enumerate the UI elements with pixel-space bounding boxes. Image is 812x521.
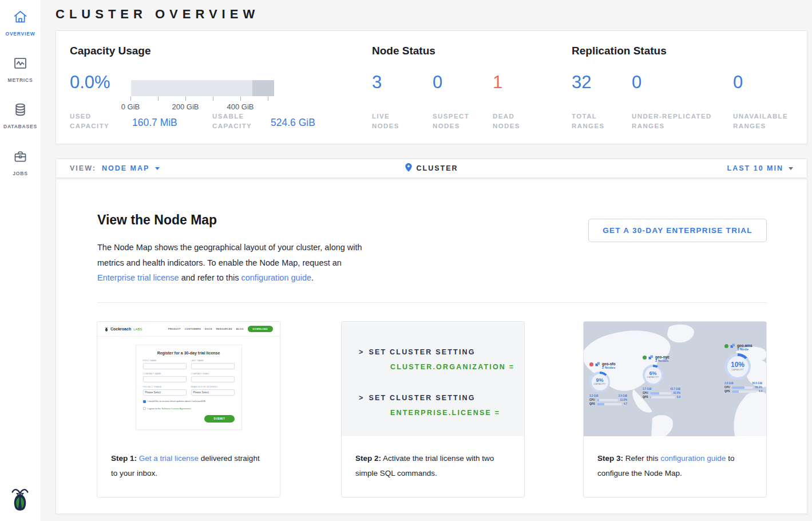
sidebar-item-label: JOBS xyxy=(13,171,27,176)
sidebar-item-jobs[interactable]: JOBS xyxy=(0,149,41,177)
divider xyxy=(97,302,767,303)
view-label: VIEW: xyxy=(70,164,96,172)
capacity-gauge-reserved-segment xyxy=(252,80,274,96)
trial-license-form-screenshot: CockroachLABS PRODUCT CUSTOMERS DOCS RES… xyxy=(97,322,280,436)
mini-site-checkbox xyxy=(143,407,146,410)
capacity-gauge xyxy=(131,80,274,96)
home-icon xyxy=(13,9,28,25)
cluster-summary-card: Capacity Usage 0.0% 0 GiB 200 GiB 400 Gi… xyxy=(56,30,807,144)
status-dot-green xyxy=(724,344,728,348)
sidebar-item-label: DATABASES xyxy=(3,124,37,129)
sidebar-item-overview[interactable]: OVERVIEW xyxy=(0,9,41,38)
under-replicated-count: 0 xyxy=(632,72,641,93)
chevron-down-icon xyxy=(155,167,160,170)
usable-capacity-label: USABLECAPACITY xyxy=(212,112,252,131)
step1-caption: Step 1: Get a trial license delivered st… xyxy=(97,436,280,481)
node-map-heading: View the Node Map xyxy=(97,212,217,228)
gauge-tick xyxy=(130,97,131,101)
sidebar-item-databases[interactable]: DATABASES xyxy=(0,102,41,131)
gauge-tick-label: 400 GiB xyxy=(227,102,254,111)
gauge-tick xyxy=(240,97,241,101)
gauge-tick xyxy=(158,97,159,101)
step3-card: geo-sfo2 Nodes 9%CAPACITY 3.2 GiB3.5 GiB… xyxy=(583,321,767,498)
capacity-percent: 0.0% xyxy=(70,72,110,93)
get-trial-license-link[interactable]: Get a trial license xyxy=(139,454,199,463)
gauge-tick xyxy=(185,97,186,101)
total-ranges-count: 32 xyxy=(572,72,591,93)
capacity-usage-title: Capacity Usage xyxy=(70,45,151,57)
configuration-guide-link[interactable]: configuration guide xyxy=(241,273,311,282)
metrics-icon xyxy=(13,56,28,71)
mini-site-header: CockroachLABS PRODUCT CUSTOMERS DOCS RES… xyxy=(97,322,280,337)
node-status-title: Node Status xyxy=(372,45,435,57)
node-cube-icon xyxy=(648,355,653,360)
mini-site-checkbox-checked xyxy=(143,400,146,403)
live-nodes-label: LIVENODES xyxy=(372,112,399,131)
node-map-widget-geo-sfo: geo-sfo2 Nodes 9%CAPACITY 3.2 GiB3.5 GiB… xyxy=(589,362,627,405)
chevron-down-icon xyxy=(789,167,793,170)
cockroachdb-logo[interactable] xyxy=(8,486,32,513)
briefcase-icon xyxy=(13,149,28,164)
node-map-widget-geo-nyc: geo-nyc2 Nodes 6%CAPACITY 3.7 GiB43.7 Gi… xyxy=(643,355,680,398)
total-ranges-label: TOTALRANGES xyxy=(572,112,605,131)
gauge-tick xyxy=(213,97,213,101)
under-replicated-label: UNDER-REPLICATEDRANGES xyxy=(632,112,712,131)
suspect-nodes-count: 0 xyxy=(433,72,442,93)
configuration-guide-step-link[interactable]: configuration guide xyxy=(660,454,726,463)
sql-commands-illustration: >SET CLUSTER SETTING CLUSTER.ORGANIZATIO… xyxy=(342,322,524,436)
view-selector-dropdown[interactable]: VIEW: NODE MAP xyxy=(70,164,160,172)
view-bar: VIEW: NODE MAP CLUSTER LAST 10 MIN xyxy=(56,159,807,178)
sidebar-item-metrics[interactable]: METRICS xyxy=(0,56,41,84)
mini-site-download-button: DOWNLOAD xyxy=(248,326,273,332)
node-map-description: The Node Map shows the geographical layo… xyxy=(97,240,362,286)
node-map-panel: View the Node Map The Node Map shows the… xyxy=(56,179,807,514)
node-map-widget-geo-ams: geo-ams1 Node 10%CAPACITY 3.6 GiB36.6 Gi… xyxy=(724,344,762,393)
step2-card: >SET CLUSTER SETTING CLUSTER.ORGANIZATIO… xyxy=(341,321,525,498)
usable-capacity-value: 524.6 GiB xyxy=(271,117,315,129)
status-dot-green xyxy=(643,356,647,360)
node-map-preview-image: geo-sfo2 Nodes 9%CAPACITY 3.2 GiB3.5 GiB… xyxy=(584,322,766,436)
main-content: CLUSTER OVERVIEW Capacity Usage 0.0% 0 G… xyxy=(41,0,812,521)
enterprise-trial-license-link[interactable]: Enterprise trial license xyxy=(97,273,179,282)
used-capacity-value: 160.7 MiB xyxy=(132,117,177,129)
replication-status-title: Replication Status xyxy=(572,45,667,57)
time-range-value: LAST 10 MIN xyxy=(727,164,783,172)
node-cube-icon xyxy=(595,362,600,367)
gauge-tick xyxy=(268,97,268,101)
view-value: NODE MAP xyxy=(102,164,149,172)
mini-site-submit-button: SUBMIT xyxy=(204,415,234,423)
app-root: OVERVIEW METRICS DATABASES xyxy=(0,0,812,521)
mini-site-logo: CockroachLABS xyxy=(104,326,142,332)
status-dot-red xyxy=(589,362,593,366)
page-title: CLUSTER OVERVIEW xyxy=(56,7,259,22)
node-cube-icon xyxy=(730,344,735,349)
dead-nodes-count: 1 xyxy=(493,72,502,93)
cluster-breadcrumb: CLUSTER xyxy=(405,163,458,175)
step3-caption: Step 3: Refer this configuration guide t… xyxy=(584,436,766,481)
mini-site-nav: PRODUCT CUSTOMERS DOCS RESOURCES BLOG DO… xyxy=(168,326,273,332)
used-capacity-label: USEDCAPACITY xyxy=(70,112,109,131)
suspect-nodes-label: SUSPECTNODES xyxy=(433,112,469,131)
mini-site-register-form: Register for a 30-day trial license FIRS… xyxy=(136,345,242,430)
dead-nodes-label: DEADNODES xyxy=(493,112,520,131)
unavailable-ranges-label: UNAVAILABLERANGES xyxy=(733,112,788,131)
unavailable-ranges-count: 0 xyxy=(733,72,743,93)
step1-card: CockroachLABS PRODUCT CUSTOMERS DOCS RES… xyxy=(97,321,280,498)
sidebar-item-label: OVERVIEW xyxy=(5,31,35,37)
database-icon xyxy=(13,102,28,117)
enterprise-trial-button[interactable]: GET A 30-DAY ENTERPRISE TRIAL xyxy=(588,219,767,242)
time-range-dropdown[interactable]: LAST 10 MIN xyxy=(727,164,793,172)
sidebar-item-label: METRICS xyxy=(8,77,33,83)
gauge-tick-label: 200 GiB xyxy=(172,102,199,111)
location-pin-icon xyxy=(405,163,412,175)
live-nodes-count: 3 xyxy=(372,72,382,93)
sidebar: OVERVIEW METRICS DATABASES xyxy=(0,0,41,521)
gauge-tick-label: 0 GiB xyxy=(121,102,140,111)
step2-caption: Step 2: Activate the trial license with … xyxy=(342,436,524,481)
cluster-label: CLUSTER xyxy=(416,164,458,172)
